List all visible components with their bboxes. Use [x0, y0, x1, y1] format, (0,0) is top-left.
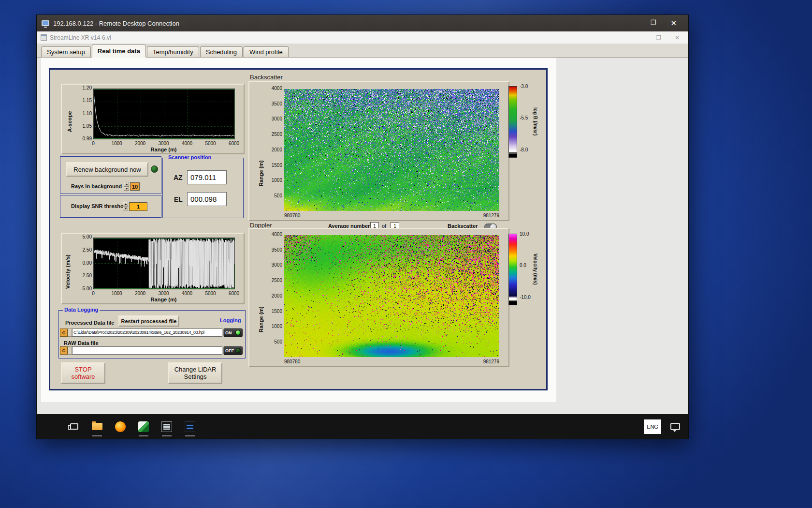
processed-path-field[interactable]: C:\Lidar\Data\Proc\2023\202309\20230914\… — [72, 329, 222, 337]
scanner-position-title: Scanner position — [167, 154, 213, 160]
a-scope-xticks: 0100020003000400050006000 — [93, 141, 234, 147]
app-icon-green[interactable] — [137, 420, 150, 433]
tick-label: 5000 — [205, 141, 216, 146]
task-view-icon[interactable] — [68, 420, 80, 433]
labview-vi-icon — [41, 34, 47, 41]
doppler-heatmap-canvas — [284, 235, 499, 357]
tick-label: 6000 — [229, 291, 239, 296]
doppler-colorbar-cap — [508, 301, 517, 305]
app-minimize-button[interactable]: — — [637, 34, 642, 41]
tick-label: 3000 — [158, 291, 169, 296]
tick-label: 2000 — [272, 294, 282, 299]
logging-on-led — [235, 330, 241, 335]
file-explorer-icon[interactable] — [91, 420, 103, 433]
tab-wind-profile[interactable]: Wind profile — [244, 46, 289, 57]
desktop: 192.168.0.122 - Remote Desktop Connectio… — [0, 0, 812, 508]
colorbar-tick: 0.0 — [520, 263, 526, 268]
stop-software-button[interactable]: STOP software — [61, 362, 105, 384]
processed-logging-toggle[interactable]: ON — [223, 328, 243, 337]
doppler-yticks: 4000350030002500200015001000500 — [262, 232, 282, 344]
rdp-window-controls: — ❐ ✕ — [630, 19, 683, 28]
app-icon-blue[interactable] — [184, 420, 196, 433]
tick-label: 4000 — [272, 232, 282, 237]
doppler-xmax-label: 981279 — [483, 359, 499, 364]
tick-label: 2500 — [272, 132, 282, 137]
rays-in-background-label: Rays in background — [71, 183, 122, 189]
snr-threshold-group: Display SNR threshold 1 — [60, 195, 161, 218]
tick-label: 5.00 — [83, 235, 92, 239]
tab-temp-humidity[interactable]: Temp/humidity — [147, 46, 199, 57]
doppler-plot-frame: Range (m) 400035003000250020001500100050… — [248, 228, 509, 367]
velocity-xticks: 0100020003000400050006000 — [93, 291, 234, 297]
processed-path-drive-box[interactable]: C — [60, 329, 68, 337]
tick-label: 4000 — [272, 86, 282, 91]
el-label: EL — [174, 195, 183, 203]
tick-label: 1000 — [272, 178, 282, 183]
processed-data-file-label: Processed Data file — [65, 320, 115, 326]
rdp-minimize-button[interactable]: — — [630, 19, 636, 28]
tick-label: 1000 — [111, 291, 122, 296]
taskbar: ENG — [37, 414, 688, 439]
raw-path-drive-box[interactable]: C — [60, 346, 68, 355]
tick-label: 5000 — [205, 291, 216, 296]
tick-label: 1.20 — [83, 86, 92, 90]
el-value-box[interactable]: 000.098 — [187, 192, 227, 206]
velocity-plot-area — [93, 238, 235, 289]
tick-label: 3000 — [272, 117, 282, 121]
restart-processed-file-button[interactable]: Restart processed file — [118, 315, 179, 327]
tick-label: 0.99 — [83, 136, 92, 141]
colorbar-tick: -10.0 — [520, 295, 531, 300]
app-titlebar[interactable]: StreamLine XR v14-6.vi — ❐ ✕ — [37, 31, 688, 44]
raw-path-field[interactable] — [72, 346, 222, 355]
logging-label: Logging — [220, 317, 241, 323]
velocity-axis-label: Velocity (m/s) — [65, 240, 71, 289]
tick-label: 6000 — [229, 141, 239, 146]
tick-label: 0 — [92, 141, 95, 146]
firefox-icon[interactable] — [114, 420, 127, 433]
app-close-button[interactable]: ✕ — [675, 34, 680, 41]
a-scope-axis-label: A-scope — [67, 98, 72, 132]
snr-value-box[interactable]: 1 — [129, 202, 147, 211]
raw-logging-toggle[interactable]: OFF — [223, 346, 243, 355]
a-scope-yticks: 1.201.151.101.050.99 — [76, 86, 92, 141]
rays-spinner[interactable] — [124, 182, 129, 191]
rdp-titlebar[interactable]: 192.168.0.122 - Remote Desktop Connectio… — [37, 15, 688, 31]
tick-label: 3000 — [158, 141, 169, 146]
tick-label: 1500 — [272, 163, 282, 168]
scanner-position-group: Scanner position AZ 079.011 EL 000.098 — [162, 158, 244, 218]
app-maximize-button[interactable]: ❐ — [656, 34, 661, 41]
rdp-maximize-button[interactable]: ❐ — [651, 19, 656, 28]
tick-label: 3500 — [272, 248, 282, 253]
a-scope-xlabel: Range (m) — [93, 147, 234, 152]
remote-desktop-icon — [42, 20, 49, 26]
a-scope-plot-canvas — [94, 89, 234, 139]
renew-background-button[interactable]: Renew background now — [66, 162, 148, 177]
tick-label: 2000 — [272, 148, 282, 152]
tick-label: 4000 — [182, 141, 192, 146]
tick-label: 0 — [92, 291, 95, 296]
colorbar-tick: -8.0 — [520, 147, 528, 152]
az-label: AZ — [174, 174, 183, 181]
az-value-box[interactable]: 079.011 — [187, 170, 227, 184]
tab-scheduling[interactable]: Scheduling — [200, 46, 243, 57]
tick-label: 2000 — [135, 141, 145, 146]
tab-system-setup[interactable]: System setup — [41, 46, 91, 57]
processed-path-browse-icon[interactable] — [68, 329, 72, 337]
rdp-close-button[interactable]: ✕ — [670, 19, 677, 28]
backscatter-xmax-label: 981279 — [483, 213, 499, 218]
tab-real-time-data[interactable]: Real time data — [92, 45, 146, 58]
tick-label: 1000 — [272, 324, 282, 329]
a-scope-plot-frame: A-scope 1.201.151.101.050.99 01000200030… — [61, 84, 245, 154]
language-indicator[interactable]: ENG — [644, 419, 661, 434]
backscatter-colorbar-label: log B (/m/sr) — [533, 85, 538, 158]
scan-scheduler-icon[interactable] — [160, 420, 173, 433]
doppler-colorbar: 10.0 0.0 -10.0 Velocity (m/s) — [508, 233, 552, 310]
rays-value-box[interactable]: 10 — [130, 182, 140, 191]
notification-chat-icon[interactable] — [669, 420, 682, 433]
app-window-title: StreamLine XR v14-6.vi — [50, 34, 111, 41]
change-lidar-settings-button[interactable]: Change LiDAR Settings — [168, 362, 222, 384]
snr-spinner[interactable] — [123, 202, 128, 210]
raw-path-browse-icon[interactable] — [68, 346, 72, 355]
data-logging-title: Data Logging — [63, 307, 100, 313]
colorbar-tick: -5.5 — [520, 115, 528, 120]
